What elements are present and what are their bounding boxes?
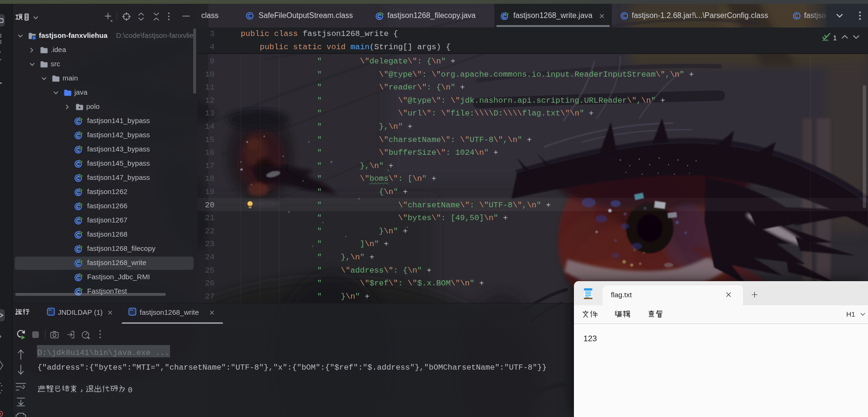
svg-text:1: 1: [833, 34, 837, 42]
